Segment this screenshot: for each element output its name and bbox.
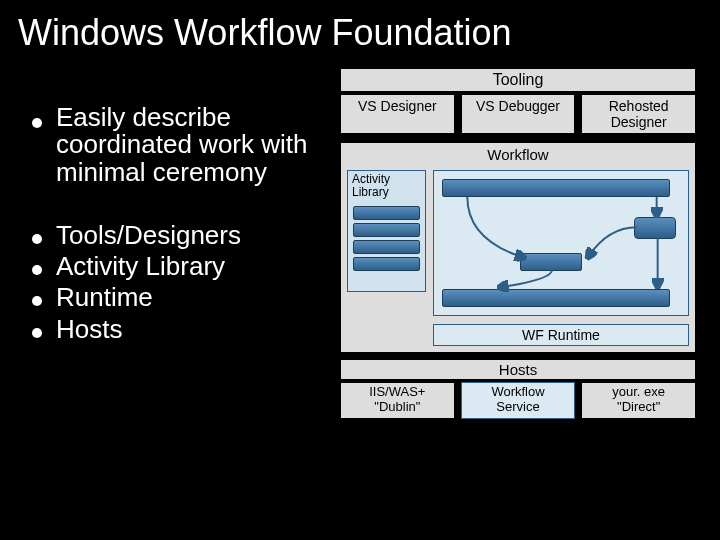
bullet-list: Tools/Designers Activity Library Runtime… xyxy=(32,222,330,343)
workflow-header: Workflow xyxy=(341,143,695,164)
tooling-item-vs-debugger: VS Debugger xyxy=(461,94,576,134)
content-area: Easily describe coordinated work with mi… xyxy=(0,54,720,532)
bullet-primary-text: Easily describe coordinated work with mi… xyxy=(56,104,330,186)
activity-item-icon xyxy=(353,240,420,254)
tooling-header: Tooling xyxy=(340,68,696,92)
bullet-dot-icon xyxy=(32,265,42,275)
host-line2: "Direct" xyxy=(617,399,660,414)
page-title: Windows Workflow Foundation xyxy=(0,0,720,54)
list-item: Tools/Designers xyxy=(32,222,330,249)
list-item: Activity Library xyxy=(32,253,330,280)
bullet-text: Hosts xyxy=(56,316,122,343)
workflow-container: Workflow Activity Library xyxy=(340,142,696,353)
bullet-text: Activity Library xyxy=(56,253,225,280)
host-item-direct: your. exe "Direct" xyxy=(581,382,696,419)
flow-arrows-icon xyxy=(434,171,688,315)
bullet-text: Runtime xyxy=(56,284,153,311)
architecture-diagram: Tooling VS Designer VS Debugger Rehosted… xyxy=(340,68,696,490)
diagram-column: Tooling VS Designer VS Debugger Rehosted… xyxy=(340,54,720,532)
hosts-header: Hosts xyxy=(340,359,696,380)
host-line2: "Dublin" xyxy=(374,399,420,414)
bullet-text: Tools/Designers xyxy=(56,222,241,249)
bullet-dot-icon xyxy=(32,118,42,128)
activity-item-icon xyxy=(353,206,420,220)
bullet-column: Easily describe coordinated work with mi… xyxy=(0,54,340,532)
activity-library-label: Activity Library xyxy=(348,171,425,203)
bullet-dot-icon xyxy=(32,296,42,306)
list-item: Hosts xyxy=(32,316,330,343)
activity-item-icon xyxy=(353,223,420,237)
host-line2: Service xyxy=(496,399,539,414)
bullet-dot-icon xyxy=(32,234,42,244)
workflow-flow-area xyxy=(433,170,689,316)
wf-runtime-box: WF Runtime xyxy=(433,324,689,346)
host-line1: IIS/WAS+ xyxy=(369,384,425,399)
hosts-row: IIS/WAS+ "Dublin" Workflow Service your.… xyxy=(340,382,696,419)
activity-library-box: Activity Library xyxy=(347,170,426,292)
bullet-primary: Easily describe coordinated work with mi… xyxy=(32,104,330,186)
bullet-dot-icon xyxy=(32,328,42,338)
tooling-item-rehosted-designer: Rehosted Designer xyxy=(581,94,696,134)
host-line1: Workflow xyxy=(491,384,544,399)
host-line1: your. exe xyxy=(612,384,665,399)
list-item: Runtime xyxy=(32,284,330,311)
workflow-body: Activity Library xyxy=(341,164,695,352)
tooling-row: VS Designer VS Debugger Rehosted Designe… xyxy=(340,94,696,134)
host-item-workflow-service: Workflow Service xyxy=(461,382,576,419)
activity-item-icon xyxy=(353,257,420,271)
host-item-dublin: IIS/WAS+ "Dublin" xyxy=(340,382,455,419)
tooling-item-vs-designer: VS Designer xyxy=(340,94,455,134)
